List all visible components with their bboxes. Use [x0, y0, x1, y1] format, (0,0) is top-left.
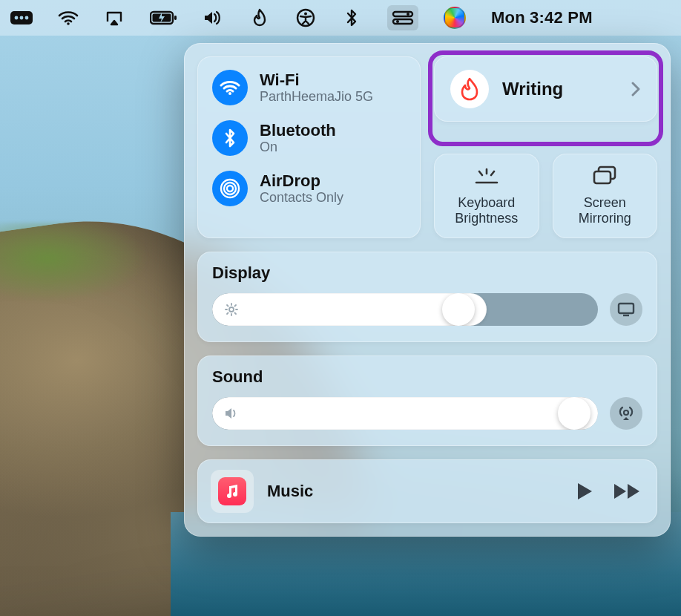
svg-point-13 — [396, 20, 399, 23]
connectivity-card: Wi-Fi ParthHeemaJio 5G Bluetooth On AirD… — [197, 56, 421, 238]
svg-line-21 — [491, 171, 494, 175]
svg-rect-6 — [174, 16, 177, 20]
sound-volume-slider[interactable] — [212, 397, 598, 430]
volume-icon[interactable] — [203, 5, 224, 30]
control-center-panel: Wi-Fi ParthHeemaJio 5G Bluetooth On AirD… — [184, 43, 671, 537]
focus-menubar-icon[interactable] — [249, 5, 270, 30]
focus-highlight-wrap: Writing — [434, 56, 657, 140]
airdrop-title: AirDrop — [260, 171, 343, 190]
screen-mirroring-icon — [591, 164, 618, 188]
svg-line-31 — [227, 312, 228, 314]
sound-output-button[interactable] — [610, 397, 642, 430]
control-center-icon[interactable] — [387, 5, 418, 30]
bluetooth-sub: On — [260, 140, 336, 155]
siri-icon[interactable] — [444, 5, 466, 30]
airdrop-toggle-icon[interactable] — [212, 171, 248, 206]
airplay-audio-icon — [617, 405, 635, 422]
svg-rect-12 — [393, 19, 412, 24]
svg-point-2 — [20, 16, 24, 20]
svg-rect-33 — [619, 304, 634, 313]
wifi-sub: ParthHeemaJio 5G — [260, 89, 373, 105]
display-card: Display — [197, 252, 657, 342]
battery-icon[interactable] — [150, 5, 178, 30]
fast-forward-icon — [613, 482, 641, 500]
svg-point-15 — [227, 186, 233, 191]
menubar-app-icon[interactable] — [10, 5, 33, 30]
svg-rect-10 — [393, 12, 412, 16]
display-brightness-slider[interactable] — [212, 293, 598, 326]
play-button[interactable] — [573, 479, 596, 504]
svg-point-9 — [304, 13, 307, 16]
svg-line-32 — [235, 305, 237, 307]
bluetooth-title: Bluetooth — [260, 121, 336, 140]
menubar-clock[interactable]: Mon 3:42 PM — [491, 8, 593, 27]
svg-point-3 — [25, 16, 29, 20]
screen-mirroring-label: Screen Mirroring — [560, 195, 651, 226]
music-card: Music — [197, 459, 657, 523]
bluetooth-row[interactable]: Bluetooth On — [212, 120, 406, 156]
screen-mirroring-card[interactable]: Screen Mirroring — [553, 154, 658, 237]
music-label: Music — [267, 482, 559, 501]
svg-point-16 — [224, 183, 236, 194]
svg-point-1 — [15, 16, 19, 20]
focus-card[interactable]: Writing — [434, 56, 657, 122]
wifi-toggle-icon[interactable] — [212, 70, 248, 105]
bluetooth-menubar-icon[interactable] — [341, 5, 362, 30]
svg-line-30 — [235, 312, 237, 314]
music-app-icon — [218, 477, 246, 505]
mini-cards-row: Keyboard Brightness Screen Mirroring — [434, 154, 657, 237]
focus-fire-icon — [450, 70, 489, 108]
svg-rect-23 — [594, 171, 611, 183]
airplay-icon[interactable] — [104, 5, 125, 30]
menubar: Mon 3:42 PM — [0, 0, 681, 36]
svg-point-14 — [228, 92, 231, 95]
sound-title: Sound — [212, 367, 642, 387]
wifi-icon[interactable] — [58, 5, 79, 30]
airdrop-row[interactable]: AirDrop Contacts Only — [212, 171, 406, 206]
play-icon — [576, 482, 593, 501]
next-button[interactable] — [610, 479, 644, 503]
music-app-tile[interactable] — [211, 470, 254, 513]
keyboard-brightness-icon — [472, 164, 501, 188]
keyboard-brightness-card[interactable]: Keyboard Brightness — [434, 154, 539, 237]
keyboard-brightness-label: Keyboard Brightness — [441, 195, 532, 226]
wifi-title: Wi-Fi — [260, 71, 373, 89]
monitor-icon — [617, 302, 635, 317]
svg-point-4 — [67, 22, 70, 25]
svg-line-29 — [227, 305, 228, 307]
svg-point-11 — [407, 13, 409, 16]
chevron-right-icon — [631, 81, 641, 97]
svg-point-35 — [624, 410, 628, 415]
airdrop-sub: Contacts Only — [260, 190, 343, 206]
right-top-group: Writing Keyboard Brightness Screen Mirro… — [434, 56, 657, 238]
display-settings-button[interactable] — [610, 293, 642, 326]
svg-point-24 — [229, 307, 234, 312]
svg-line-20 — [479, 171, 482, 175]
wifi-row[interactable]: Wi-Fi ParthHeemaJio 5G — [212, 70, 406, 105]
volume-low-icon — [224, 407, 240, 420]
sound-card: Sound — [197, 355, 657, 446]
brightness-low-icon — [224, 302, 239, 317]
accessibility-icon[interactable] — [295, 5, 316, 30]
bluetooth-toggle-icon[interactable] — [212, 120, 248, 156]
display-title: Display — [212, 263, 642, 283]
wallpaper-grass — [0, 223, 163, 312]
focus-label: Writing — [502, 79, 617, 99]
